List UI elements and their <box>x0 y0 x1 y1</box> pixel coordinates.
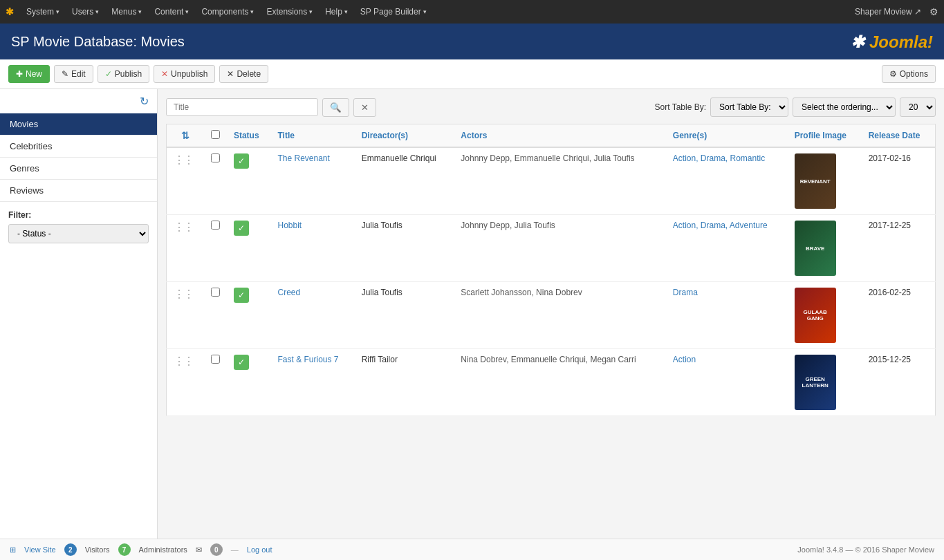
admins-label: Administrators <box>139 545 187 554</box>
sidebar: ↻ Movies Celebrities Genres Reviews Filt… <box>0 89 158 539</box>
sidebar-item-celebrities[interactable]: Celebrities <box>0 136 157 158</box>
movie-title-link[interactable]: The Revenant <box>278 153 330 163</box>
main-content: ↻ Movies Celebrities Genres Reviews Filt… <box>0 89 944 539</box>
sidebar-item-movies[interactable]: Movies <box>0 113 157 136</box>
movie-title-link[interactable]: Creed <box>278 288 301 297</box>
new-button[interactable]: ✚ New <box>8 65 50 83</box>
clear-button[interactable]: ✕ <box>353 98 376 117</box>
status-cell: ✓ <box>227 215 271 282</box>
header-bar: SP Movie Database: Movies ✱ Joomla! <box>0 24 944 59</box>
poster-cell: REVENANT <box>788 147 862 215</box>
logout-link[interactable]: Log out <box>247 545 272 554</box>
nav-extensions-arrow: ▾ <box>309 8 313 15</box>
joomla-icon: ✱ <box>6 6 14 17</box>
plus-icon: ✚ <box>16 69 23 79</box>
row-checkbox[interactable] <box>211 153 220 162</box>
status-toggle[interactable]: ✓ <box>234 355 249 370</box>
nav-extensions[interactable]: Extensions ▾ <box>261 4 318 19</box>
sort-drag-icon: ⇅ <box>181 130 189 141</box>
shaper-moview-link[interactable]: Shaper Moview ↗ <box>855 7 921 17</box>
nav-help[interactable]: Help ▾ <box>320 4 353 19</box>
nav-spbuilder[interactable]: SP Page Builder ▾ <box>355 4 432 19</box>
messages-icon: ✉ <box>196 545 202 554</box>
table-row: ⋮⋮ ✓ Creed Julia Toufis Scarlett Johanss… <box>167 282 936 349</box>
settings-gear-icon[interactable]: ⚙ <box>929 6 938 17</box>
genres-cell: Action <box>666 349 788 416</box>
view-site-link[interactable]: View Site <box>24 545 56 554</box>
divider: — <box>231 545 239 554</box>
directors-cell: Julia Toufis <box>355 215 454 282</box>
table-row: ⋮⋮ ✓ Hobbit Julia Toufis Johnny Depp, Ju… <box>167 215 936 282</box>
drag-cell: ⋮⋮ <box>167 349 204 416</box>
select-all-checkbox[interactable] <box>211 130 220 139</box>
sort-select[interactable]: Sort Table By: <box>710 97 788 117</box>
th-image: Profile Image <box>788 124 862 148</box>
table-row: ⋮⋮ ✓ Fast & Furious 7 Riffi Tailor Nina … <box>167 349 936 416</box>
drag-handle-icon[interactable]: ⋮⋮ <box>174 288 193 300</box>
unpublish-button[interactable]: ✕ Unpublish <box>154 65 215 83</box>
date-cell: 2017-12-25 <box>862 215 936 282</box>
row-checkbox[interactable] <box>211 355 220 364</box>
search-icon: 🔍 <box>330 102 342 113</box>
poster-cell: BRAVE <box>788 215 862 282</box>
drag-handle-icon[interactable]: ⋮⋮ <box>174 355 193 367</box>
date-cell: 2015-12-25 <box>862 349 936 416</box>
version: Joomla! 3.4.8 — © 2016 Shaper Moview <box>797 545 934 554</box>
nav-components-arrow: ▾ <box>250 8 254 15</box>
refresh-icon: ↻ <box>140 95 149 108</box>
sidebar-item-reviews[interactable]: Reviews <box>0 180 157 202</box>
drag-handle-icon[interactable]: ⋮⋮ <box>174 221 193 233</box>
nav-users[interactable]: Users ▾ <box>66 4 104 19</box>
x-icon: ✕ <box>227 69 234 79</box>
joomla-logo: ✱ Joomla! <box>851 30 933 53</box>
nav-menus[interactable]: Menus ▾ <box>106 4 147 19</box>
sort-label: Sort Table By: <box>655 102 706 112</box>
actors-cell: Johnny Depp, Julia Toufis <box>454 215 666 282</box>
th-drag: ⇅ <box>167 124 204 148</box>
title-cell: Fast & Furious 7 <box>271 349 355 416</box>
messages-badge: 0 <box>210 543 223 556</box>
nav-system[interactable]: System ▾ <box>21 4 65 19</box>
table-row: ⋮⋮ ✓ The Revenant Emmanuelle Chriqui Joh… <box>167 147 936 215</box>
publish-button[interactable]: ✓ Publish <box>98 65 149 83</box>
movie-title-link[interactable]: Hobbit <box>278 221 302 230</box>
actors-cell: Scarlett Johansson, Nina Dobrev <box>454 282 666 349</box>
search-button[interactable]: 🔍 <box>322 98 349 117</box>
sidebar-item-genres[interactable]: Genres <box>0 158 157 180</box>
drag-handle-icon[interactable]: ⋮⋮ <box>174 154 193 166</box>
th-date: Release Date <box>862 124 936 148</box>
genres-cell: Drama <box>666 282 788 349</box>
status-cell: ✓ <box>227 349 271 416</box>
status-filter[interactable]: - Status - <box>8 224 149 243</box>
ordering-select[interactable]: Select the ordering... <box>793 97 896 117</box>
status-cell: ✓ <box>227 147 271 215</box>
search-input[interactable] <box>166 98 318 116</box>
check-icon: ✓ <box>105 69 112 79</box>
delete-button[interactable]: ✕ Delete <box>219 65 268 83</box>
status-toggle[interactable]: ✓ <box>234 288 249 303</box>
options-button[interactable]: ⚙ Options <box>882 65 936 83</box>
th-title[interactable]: Title <box>271 124 355 148</box>
limit-select[interactable]: 20 <box>900 97 936 117</box>
genres-cell: Action, Drama, Romantic <box>666 147 788 215</box>
status-toggle[interactable]: ✓ <box>234 221 249 236</box>
movie-poster: BRAVE <box>795 221 836 276</box>
row-checkbox[interactable] <box>211 288 220 297</box>
nav-content-arrow: ▾ <box>185 8 189 15</box>
edit-button[interactable]: ✎ Edit <box>54 65 93 83</box>
nav-content[interactable]: Content ▾ <box>149 4 194 19</box>
nav-menus-arrow: ▾ <box>138 8 142 15</box>
nav-system-arrow: ▾ <box>56 8 59 15</box>
th-check <box>204 124 227 148</box>
refresh-button[interactable]: ↻ <box>0 89 157 113</box>
movie-title-link[interactable]: Fast & Furious 7 <box>278 355 339 364</box>
directors-cell: Riffi Tailor <box>355 349 454 416</box>
admins-badge: 7 <box>118 543 131 556</box>
row-checkbox[interactable] <box>211 221 220 230</box>
genres-cell: Action, Drama, Adventure <box>666 215 788 282</box>
footer: ⊞ View Site 2 Visitors 7 Administrators … <box>0 539 944 560</box>
title-cell: Hobbit <box>271 215 355 282</box>
movie-poster: REVENANT <box>795 153 836 209</box>
nav-components[interactable]: Components ▾ <box>196 4 259 19</box>
status-toggle[interactable]: ✓ <box>234 153 249 169</box>
